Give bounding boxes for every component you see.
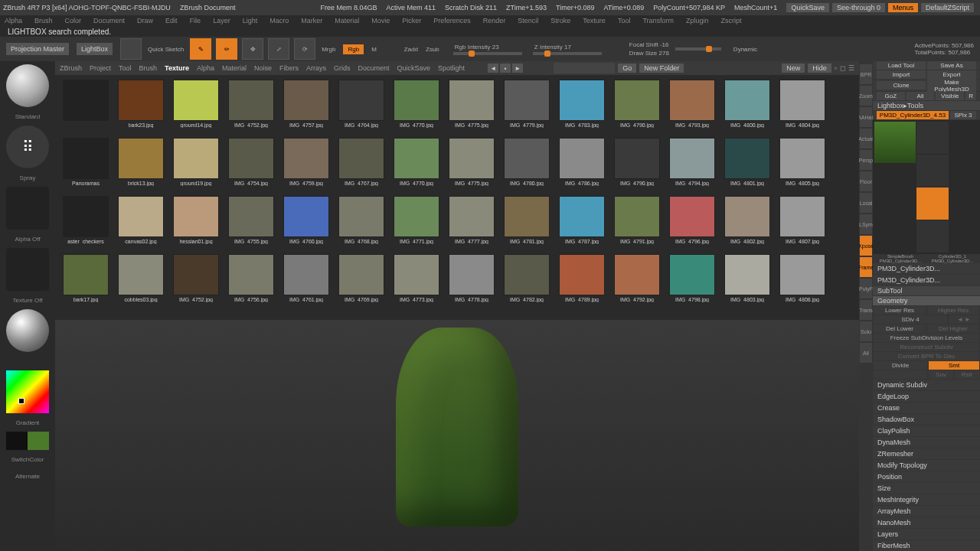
- menu-marker[interactable]: Marker: [301, 17, 322, 24]
- stroke-preview[interactable]: ⠿: [6, 126, 49, 168]
- rgb-button[interactable]: Rgb: [343, 44, 364, 54]
- section-fibermesh[interactable]: FiberMesh: [873, 540, 980, 551]
- divide-button[interactable]: Divide: [874, 361, 927, 370]
- clone-button[interactable]: Clone: [877, 81, 926, 90]
- del-lower-button[interactable]: Del Lower: [874, 324, 926, 333]
- section-dynamic-subdiv[interactable]: Dynamic Subdiv: [873, 380, 980, 390]
- r-button[interactable]: R: [965, 92, 976, 100]
- menu-macro[interactable]: Macro: [270, 17, 289, 24]
- floor-icon[interactable]: Floor: [860, 171, 872, 191]
- menu-zscript[interactable]: Zscript: [721, 17, 742, 24]
- texture-item[interactable]: IMG_4782.jpg: [499, 254, 554, 312]
- m-button[interactable]: M: [371, 46, 377, 53]
- frame-icon[interactable]: Frame: [860, 257, 872, 277]
- menu-picker[interactable]: Picker: [402, 17, 421, 24]
- tab-project[interactable]: Project: [90, 64, 111, 72]
- nav-next-icon[interactable]: ►: [512, 64, 523, 73]
- section-modify-topology[interactable]: Modify Topology: [873, 460, 980, 471]
- polymesh-button[interactable]: Make PolyMesh3D: [927, 78, 976, 93]
- menu-layer[interactable]: Layer: [213, 17, 230, 24]
- menu-edit[interactable]: Edit: [165, 17, 178, 24]
- load-tool-button[interactable]: Load Tool: [877, 61, 926, 70]
- z-intensity-slider[interactable]: [533, 52, 602, 55]
- higher-res-button[interactable]: Higher Res: [927, 306, 979, 315]
- texture-item[interactable]: cobbles03.jpg: [113, 254, 168, 312]
- texture-item[interactable]: IMG_4796.jpg: [665, 196, 720, 254]
- tool-thumb[interactable]: [916, 220, 949, 253]
- lower-res-button[interactable]: Lower Res: [874, 306, 926, 315]
- tab-document[interactable]: Document: [358, 64, 390, 72]
- texture-item[interactable]: IMG_4764.jpg: [334, 80, 389, 138]
- bpr-icon[interactable]: BPR: [860, 64, 872, 84]
- menu-file[interactable]: File: [190, 17, 201, 24]
- move-button[interactable]: ✥: [242, 38, 263, 60]
- texture-item[interactable]: IMG_4793.jpg: [665, 80, 720, 138]
- texture-item[interactable]: brick13.jpg: [113, 138, 168, 196]
- menu-draw[interactable]: Draw: [137, 17, 153, 24]
- local-icon[interactable]: Local: [860, 193, 872, 213]
- trans-icon[interactable]: Trans: [860, 300, 872, 320]
- texture-item[interactable]: IMG_4789.jpg: [554, 254, 609, 312]
- tool-name[interactable]: PM3D_Cylinder3D_4.53: [877, 111, 949, 119]
- del-higher-button[interactable]: Del Higher: [927, 324, 979, 333]
- menu-stroke[interactable]: Stroke: [550, 17, 570, 24]
- texture-item[interactable]: IMG_4790.jpg: [609, 138, 665, 196]
- proj-master-button[interactable]: Projection Master: [6, 43, 69, 55]
- texture-item[interactable]: IMG_4768.jpg: [334, 196, 389, 254]
- texture-item[interactable]: IMG_4759.jpg: [279, 138, 334, 196]
- polyf-icon[interactable]: PolyF: [860, 279, 872, 298]
- texture-item[interactable]: IMG_4790.jpg: [609, 80, 665, 138]
- edit-button[interactable]: ✎: [190, 38, 211, 60]
- brush-preview[interactable]: [6, 64, 49, 107]
- view-small-icon[interactable]: ▫: [835, 64, 837, 72]
- focal-shift[interactable]: Focal Shift -16: [629, 41, 669, 48]
- menu-movie[interactable]: Movie: [371, 17, 390, 24]
- tab-fibers[interactable]: Fibers: [279, 64, 299, 72]
- texture-item[interactable]: IMG_4800.jpg: [720, 80, 775, 138]
- texture-item[interactable]: IMG_4780.jpg: [499, 138, 554, 196]
- switch-color[interactable]: SwitchColor: [6, 452, 49, 467]
- texture-item[interactable]: IMG_4781.jpg: [499, 196, 554, 254]
- dynamic-label[interactable]: Dynamic: [733, 46, 757, 53]
- convert-button[interactable]: Convert BPR To Geo: [874, 352, 979, 360]
- lightbox-button[interactable]: LightBox: [77, 43, 113, 55]
- zsub-button[interactable]: Zsub: [426, 46, 439, 53]
- quicksave-button[interactable]: QuickSave: [786, 3, 829, 12]
- section-claypolish[interactable]: ClayPolish: [873, 425, 980, 436]
- texture-slot[interactable]: [6, 248, 49, 291]
- reconstruct-button[interactable]: Reconstruct Subdiv: [874, 343, 979, 351]
- rotate-button[interactable]: ⟳: [294, 38, 315, 60]
- zoom-icon[interactable]: Zoom: [860, 86, 872, 106]
- texture-item[interactable]: bark23.jpg: [113, 80, 168, 138]
- menu-tool[interactable]: Tool: [618, 17, 631, 24]
- menu-stencil[interactable]: Stencil: [518, 17, 538, 24]
- texture-item[interactable]: IMG_4778.jpg: [444, 254, 499, 312]
- tab-alpha[interactable]: Alpha: [197, 64, 214, 72]
- tab-texture[interactable]: Texture: [165, 64, 189, 72]
- section-dynamesh[interactable]: DynaMesh: [873, 437, 980, 448]
- lsym-icon[interactable]: LSym: [860, 214, 872, 234]
- go-button[interactable]: Go: [618, 64, 636, 73]
- section-crease[interactable]: Crease: [873, 403, 980, 413]
- tab-quicksave[interactable]: QuickSave: [397, 64, 431, 72]
- menu-render[interactable]: Render: [483, 17, 506, 24]
- section-size[interactable]: Size: [873, 483, 980, 494]
- tab-spotlight[interactable]: Spotlight: [438, 64, 465, 72]
- tab-tool[interactable]: Tool: [119, 64, 132, 72]
- texture-item[interactable]: IMG_4756.jpg: [224, 254, 279, 312]
- section-shadowbox[interactable]: ShadowBox: [873, 414, 980, 425]
- tool-thumb[interactable]: [916, 187, 949, 220]
- texture-item[interactable]: IMG_4775.jpg: [444, 138, 499, 196]
- persp-icon[interactable]: Persp: [860, 150, 872, 170]
- import-button[interactable]: Import: [877, 70, 926, 79]
- material-preview[interactable]: [6, 309, 49, 352]
- texture-item[interactable]: IMG_4804.jpg: [775, 80, 830, 138]
- texture-item[interactable]: IMG_4807.jpg: [775, 196, 830, 254]
- texture-item[interactable]: IMG_4801.jpg: [720, 138, 775, 196]
- section-position[interactable]: Position: [873, 471, 980, 482]
- scale-button[interactable]: ⤢: [268, 38, 289, 60]
- geometry-header[interactable]: Geometry: [873, 296, 980, 305]
- menu-color[interactable]: Color: [65, 17, 82, 24]
- search-input[interactable]: [554, 63, 615, 73]
- rgb-intensity-slider[interactable]: [453, 52, 522, 55]
